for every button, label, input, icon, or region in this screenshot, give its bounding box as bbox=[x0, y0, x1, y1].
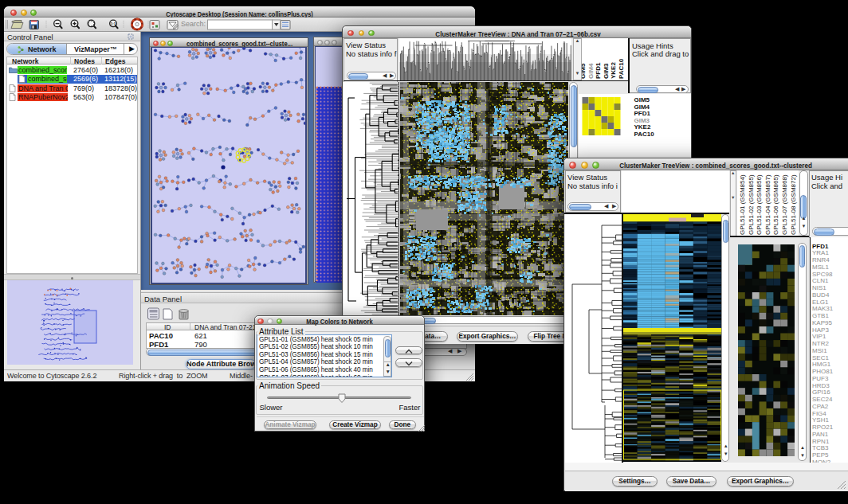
svg-text:GIM4: GIM4 bbox=[587, 63, 595, 79]
svg-text:Search:: Search: bbox=[181, 20, 206, 28]
svg-text:GIM5: GIM5 bbox=[582, 63, 587, 79]
svg-text:GPL51-01 (GSM854): GPL51-01 (GSM854) bbox=[739, 174, 746, 235]
svg-text:GPL51-07 (GSM868): GPL51-07 (GSM868) bbox=[781, 174, 788, 235]
svg-text:1:1: 1:1 bbox=[111, 22, 116, 26]
svg-text:PAC10: PAC10 bbox=[618, 58, 625, 79]
svg-text:GPL51-03 (GSM856): GPL51-03 (GSM856) bbox=[756, 174, 763, 235]
svg-text:YKE2: YKE2 bbox=[610, 62, 617, 79]
svg-text:GPL51-08 (GSM872): GPL51-08 (GSM872) bbox=[789, 174, 796, 235]
svg-text:GPL51-06 (GSM865): GPL51-06 (GSM865) bbox=[772, 174, 779, 235]
svg-text:PFD1: PFD1 bbox=[595, 62, 602, 79]
svg-text:GPL51-02 (GSM855): GPL51-02 (GSM855) bbox=[747, 174, 754, 235]
svg-text:GPL51-04 (GSM857): GPL51-04 (GSM857) bbox=[764, 174, 771, 235]
svg-text:GIM3: GIM3 bbox=[603, 63, 610, 79]
